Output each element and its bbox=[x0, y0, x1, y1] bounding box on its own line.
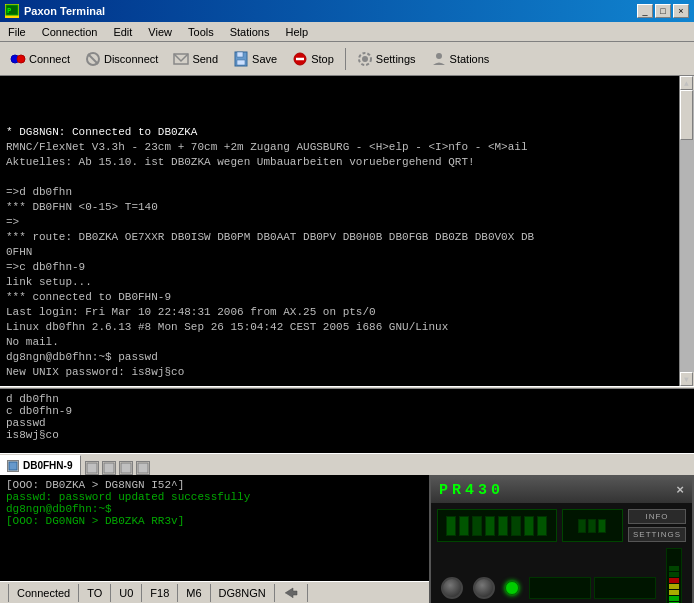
toolbar: Connect Disconnect Send bbox=[0, 42, 694, 76]
bt-line: [OOO: DB0ZKA > DG8NGN I52^] bbox=[6, 479, 389, 491]
connect-button[interactable]: Connect bbox=[4, 46, 76, 72]
connect-label: Connect bbox=[29, 53, 70, 65]
menu-edit[interactable]: Edit bbox=[105, 24, 140, 40]
close-button[interactable]: × bbox=[673, 4, 689, 18]
svg-rect-17 bbox=[104, 463, 114, 473]
term-line: *** DB0FHN <0-15> T=140 bbox=[6, 200, 674, 215]
svg-point-12 bbox=[362, 56, 368, 62]
status-to-text: TO bbox=[87, 587, 102, 599]
svg-rect-16 bbox=[87, 463, 97, 473]
term-line: *** route: DB0ZKA OE7XXR DB0ISW DB0PM DB… bbox=[6, 230, 674, 245]
svg-rect-18 bbox=[121, 463, 131, 473]
bt-line: dg8ngn@db0fhn:~$ bbox=[6, 503, 389, 515]
svg-line-5 bbox=[88, 54, 98, 64]
pr430-knob-1[interactable] bbox=[441, 577, 463, 599]
tab-icon-3 bbox=[102, 461, 116, 475]
menu-stations[interactable]: Stations bbox=[222, 24, 278, 40]
pr430-widget: PR430 × bbox=[429, 475, 694, 603]
bottom-terminal: [OOO: DB0ZKA > DG8NGN I52^] passwd: pass… bbox=[0, 475, 395, 581]
main-area: * DG8NGN: Connected to DB0ZKA RMNC/FlexN… bbox=[0, 76, 694, 581]
term-line: New UNIX password: is8wj§co bbox=[6, 365, 674, 380]
term-line bbox=[6, 380, 674, 386]
tab-label: DB0FHN-9 bbox=[23, 460, 72, 471]
stations-label: Stations bbox=[450, 53, 490, 65]
stop-button[interactable]: Stop bbox=[286, 46, 340, 72]
settings-button[interactable]: Settings bbox=[351, 46, 422, 72]
term-line: No mail. bbox=[6, 335, 674, 350]
top-terminal-scrollbar[interactable]: ▲ ▼ bbox=[679, 76, 694, 386]
status-connected: Connected bbox=[8, 584, 79, 602]
pr430-meter bbox=[666, 548, 682, 603]
title-controls: _ □ × bbox=[637, 4, 689, 18]
send-label: Send bbox=[192, 53, 218, 65]
input-line: d db0fhn bbox=[6, 393, 688, 405]
pr430-titlebar: PR430 × bbox=[431, 477, 692, 503]
svg-text:P: P bbox=[7, 7, 11, 15]
application-window: P Paxon Terminal _ □ × File Connection E… bbox=[0, 0, 694, 603]
menu-help[interactable]: Help bbox=[277, 24, 316, 40]
send-button[interactable]: Send bbox=[167, 46, 224, 72]
pr430-info-btn[interactable]: INFO bbox=[628, 509, 686, 524]
save-button[interactable]: Save bbox=[227, 46, 283, 72]
top-terminal: * DG8NGN: Connected to DB0ZKA RMNC/FlexN… bbox=[0, 76, 694, 386]
input-line: is8wj§co bbox=[6, 429, 688, 441]
scroll-track[interactable] bbox=[680, 90, 694, 372]
input-line: c db0fhn-9 bbox=[6, 405, 688, 417]
send-icon bbox=[173, 51, 189, 67]
status-u0: U0 bbox=[111, 584, 142, 602]
title-bar: P Paxon Terminal _ □ × bbox=[0, 0, 694, 22]
term-line bbox=[6, 110, 674, 125]
scroll-up-button[interactable]: ▲ bbox=[680, 76, 693, 90]
svg-point-14 bbox=[436, 53, 442, 59]
stop-icon bbox=[292, 51, 308, 67]
svg-rect-8 bbox=[237, 52, 243, 57]
pr430-knob-2[interactable] bbox=[473, 577, 495, 599]
term-line: link setup... bbox=[6, 275, 674, 290]
term-line: Aktuelles: Ab 15.10. ist DB0ZKA wegen Um… bbox=[6, 155, 674, 170]
toolbar-separator bbox=[345, 48, 346, 70]
term-line: RMNC/FlexNet V3.3h - 23cm + 70cm +2m Zug… bbox=[6, 140, 674, 155]
bt-line: passwd: password updated successfully bbox=[6, 491, 389, 503]
tab-db0fhn9[interactable]: DB0FHN-9 bbox=[0, 455, 81, 475]
pr430-close-btn[interactable]: × bbox=[676, 483, 684, 498]
status-f18-text: F18 bbox=[150, 587, 169, 599]
title-text: Paxon Terminal bbox=[24, 5, 105, 17]
menu-bar: File Connection Edit View Tools Stations… bbox=[0, 22, 694, 42]
term-line: =>d db0fhn bbox=[6, 185, 674, 200]
title-bar-left: P Paxon Terminal bbox=[5, 4, 105, 18]
settings-icon bbox=[357, 51, 373, 67]
scroll-down-button[interactable]: ▼ bbox=[680, 372, 693, 386]
save-label: Save bbox=[252, 53, 277, 65]
pr430-led-green bbox=[505, 581, 519, 595]
input-area: d db0fhn c db0fhn-9 passwd is8wj§co bbox=[0, 389, 694, 453]
term-line: Linux db0fhn 2.6.13 #8 Mon Sep 26 15:04:… bbox=[6, 320, 674, 335]
save-icon bbox=[233, 51, 249, 67]
disconnect-icon bbox=[85, 51, 101, 67]
menu-file[interactable]: File bbox=[0, 24, 34, 40]
status-arrow-icon bbox=[283, 586, 299, 600]
menu-tools[interactable]: Tools bbox=[180, 24, 222, 40]
disconnect-label: Disconnect bbox=[104, 53, 158, 65]
tab-bar: DB0FHN-9 bbox=[0, 453, 694, 475]
stations-button[interactable]: Stations bbox=[425, 46, 496, 72]
bt-line: [OOO: DG0NGN > DB0ZKA RR3v] bbox=[6, 515, 389, 527]
menu-view[interactable]: View bbox=[140, 24, 180, 40]
term-line: dg8ngn@db0fhn:~$ passwd bbox=[6, 350, 674, 365]
menu-connection[interactable]: Connection bbox=[34, 24, 106, 40]
tab-icon bbox=[7, 460, 19, 472]
status-to: TO bbox=[79, 584, 111, 602]
disconnect-button[interactable]: Disconnect bbox=[79, 46, 164, 72]
pr430-title: PR430 bbox=[439, 482, 504, 499]
tab-icon-2 bbox=[85, 461, 99, 475]
status-indicator bbox=[275, 584, 308, 602]
status-u0-text: U0 bbox=[119, 587, 133, 599]
status-m6: M6 bbox=[178, 584, 210, 602]
pr430-settings-btn[interactable]: SETTINGS bbox=[628, 527, 686, 542]
term-line: *** connected to DB0FHN-9 bbox=[6, 290, 674, 305]
minimize-button[interactable]: _ bbox=[637, 4, 653, 18]
term-line bbox=[6, 170, 674, 185]
maximize-button[interactable]: □ bbox=[655, 4, 671, 18]
scroll-thumb[interactable] bbox=[680, 90, 693, 140]
term-line: * DG8NGN: Connected to DB0ZKA bbox=[6, 125, 674, 140]
input-line: passwd bbox=[6, 417, 688, 429]
